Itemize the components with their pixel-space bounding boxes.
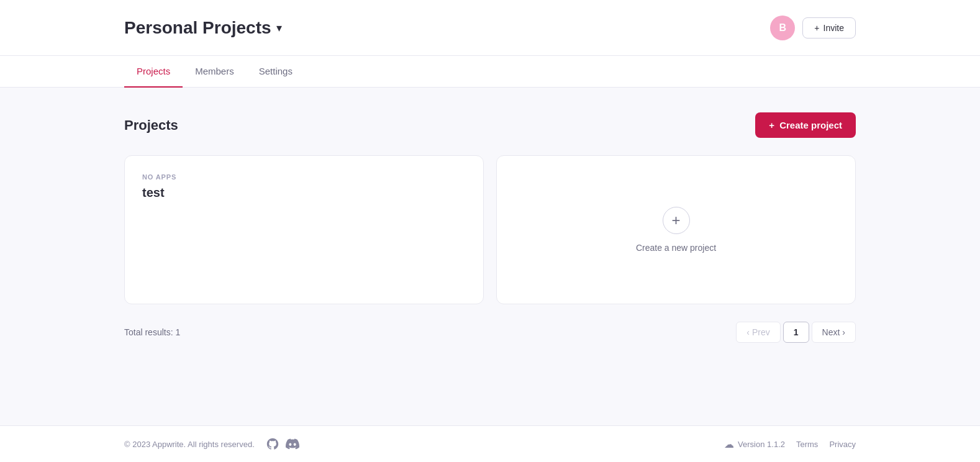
total-results: Total results: 1 xyxy=(124,327,180,337)
chevron-down-icon[interactable]: ▾ xyxy=(276,21,282,35)
projects-grid: NO APPS test + Create a new project xyxy=(124,155,856,304)
invite-button[interactable]: + Invite xyxy=(802,17,856,38)
version-label: Version 1.1.2 xyxy=(738,440,785,449)
section-header: Projects + Create project xyxy=(124,112,856,138)
tab-projects[interactable]: Projects xyxy=(124,56,183,88)
new-project-plus-icon: + xyxy=(663,207,690,234)
invite-label: Invite xyxy=(823,23,844,33)
section-title: Projects xyxy=(124,117,178,134)
copyright: © 2023 Appwrite. All rights reserved. xyxy=(124,440,255,449)
next-label: Next xyxy=(822,327,840,337)
invite-icon: + xyxy=(814,23,819,33)
header-right: B + Invite xyxy=(770,16,856,40)
footer-right: ☁ Version 1.1.2 Terms Privacy xyxy=(724,438,856,450)
header-left: Personal Projects ▾ xyxy=(124,18,282,38)
header: Personal Projects ▾ B + Invite xyxy=(0,0,980,56)
prev-icon: ‹ xyxy=(746,327,750,337)
tab-settings[interactable]: Settings xyxy=(247,56,305,88)
project-card-test[interactable]: NO APPS test xyxy=(124,155,484,304)
privacy-link[interactable]: Privacy xyxy=(829,440,856,449)
footer: © 2023 Appwrite. All rights reserved. ☁ … xyxy=(0,425,980,462)
footer-left: © 2023 Appwrite. All rights reserved. xyxy=(124,437,299,451)
footer-icons xyxy=(266,437,299,451)
create-label: Create project xyxy=(779,120,842,130)
create-icon: + xyxy=(769,120,774,130)
github-icon[interactable] xyxy=(266,437,279,451)
new-project-label: Create a new project xyxy=(636,243,716,253)
page-1-button[interactable]: 1 xyxy=(783,322,809,343)
main-content: Projects + Create project NO APPS test +… xyxy=(0,88,980,425)
new-project-card[interactable]: + Create a new project xyxy=(496,155,856,304)
cloud-icon: ☁ xyxy=(724,438,734,450)
terms-link[interactable]: Terms xyxy=(796,440,818,449)
prev-button[interactable]: ‹ Prev xyxy=(736,322,780,343)
pagination-bar: Total results: 1 ‹ Prev 1 Next › xyxy=(124,322,856,343)
create-project-button[interactable]: + Create project xyxy=(755,112,856,138)
discord-icon[interactable] xyxy=(286,437,299,451)
footer-version: ☁ Version 1.1.2 xyxy=(724,438,785,450)
project-name: test xyxy=(142,186,466,200)
page-title: Personal Projects xyxy=(124,18,271,38)
tab-members[interactable]: Members xyxy=(183,56,247,88)
pagination-controls: ‹ Prev 1 Next › xyxy=(736,322,856,343)
next-button[interactable]: Next › xyxy=(812,322,856,343)
next-icon: › xyxy=(842,327,845,337)
tabs-bar: Projects Members Settings xyxy=(0,56,980,88)
project-no-apps-label: NO APPS xyxy=(142,173,466,181)
prev-label: Prev xyxy=(752,327,770,337)
avatar[interactable]: B xyxy=(770,16,795,40)
